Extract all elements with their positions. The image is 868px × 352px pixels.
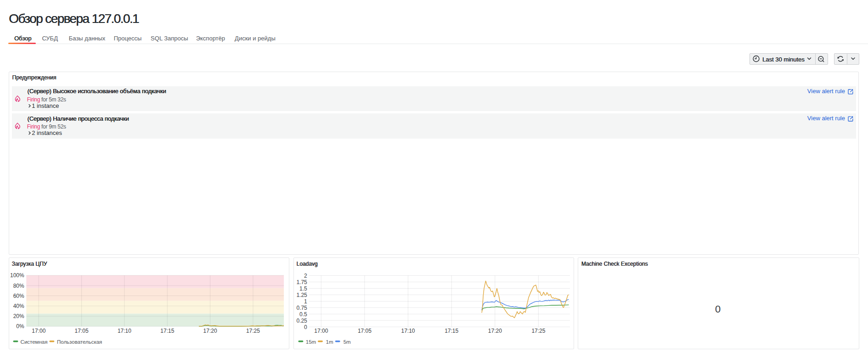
svg-text:0.5: 0.5 — [299, 311, 307, 318]
svg-text:100%: 100% — [10, 272, 24, 279]
svg-text:0: 0 — [715, 303, 721, 315]
svg-text:1.25: 1.25 — [296, 292, 307, 298]
svg-text:40%: 40% — [13, 303, 24, 309]
svg-text:Пользовательская: Пользовательская — [57, 339, 102, 345]
svg-text:0.25: 0.25 — [296, 318, 307, 324]
svg-text:0.75: 0.75 — [296, 305, 307, 311]
svg-text:1.5: 1.5 — [299, 285, 307, 292]
svg-text:17:25: 17:25 — [246, 328, 260, 334]
svg-text:20%: 20% — [13, 313, 24, 319]
svg-text:Системная: Системная — [21, 339, 48, 345]
svg-text:17:00: 17:00 — [314, 328, 328, 334]
svg-text:5m: 5m — [344, 339, 351, 345]
svg-text:80%: 80% — [13, 283, 24, 289]
svg-text:17:15: 17:15 — [445, 328, 458, 334]
svg-text:17:15: 17:15 — [160, 328, 174, 334]
svg-text:17:20: 17:20 — [203, 328, 217, 334]
svg-text:1m: 1m — [326, 339, 333, 345]
svg-text:1.75: 1.75 — [296, 279, 307, 285]
svg-text:15m: 15m — [306, 339, 316, 345]
svg-text:17:05: 17:05 — [358, 328, 372, 334]
svg-text:17:05: 17:05 — [75, 328, 89, 334]
svg-text:0%: 0% — [16, 323, 24, 330]
svg-text:60%: 60% — [13, 293, 24, 299]
svg-text:1: 1 — [304, 298, 307, 305]
svg-text:17:10: 17:10 — [401, 328, 415, 334]
svg-text:0: 0 — [304, 324, 307, 330]
svg-text:17:00: 17:00 — [32, 328, 45, 334]
svg-text:2: 2 — [304, 273, 307, 279]
svg-text:17:25: 17:25 — [531, 328, 545, 334]
svg-text:17:10: 17:10 — [118, 328, 131, 334]
svg-text:17:20: 17:20 — [488, 328, 502, 334]
